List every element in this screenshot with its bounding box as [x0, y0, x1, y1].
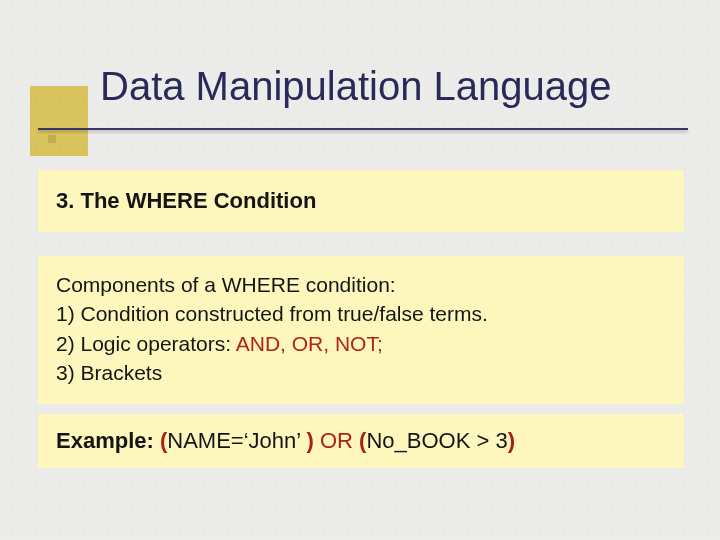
body-item-2-prefix: 2) Logic operators: [56, 332, 236, 355]
section-heading: 3. The WHERE Condition [56, 188, 316, 214]
body-item-2-ops: AND, OR, NOT; [236, 332, 383, 355]
section-heading-box: 3. The WHERE Condition [38, 170, 684, 232]
title-accent-square [30, 86, 88, 156]
title-bullet-icon [48, 135, 56, 143]
example-box: Example: (NAME=‘John’ ) OR (No_BOOK > 3) [38, 414, 684, 468]
title-underline [38, 128, 688, 130]
title-wrap: Data Manipulation Language [100, 64, 690, 109]
body-text: Components of a WHERE condition: 1) Cond… [56, 270, 666, 388]
slide: Data Manipulation Language 3. The WHERE … [0, 0, 720, 540]
example-label: Example: [56, 428, 154, 453]
body-item-3: 3) Brackets [56, 361, 162, 384]
slide-title: Data Manipulation Language [100, 64, 690, 109]
example-or: OR [320, 428, 353, 453]
example-text: Example: (NAME=‘John’ ) OR (No_BOOK > 3) [56, 428, 666, 454]
example-rparen-2: ) [508, 428, 515, 453]
example-rparen-1: ) [306, 428, 313, 453]
body-item-1: 1) Condition constructed from true/false… [56, 302, 488, 325]
example-expr-2: No_BOOK > 3 [366, 428, 507, 453]
body-intro: Components of a WHERE condition: [56, 273, 396, 296]
body-box: Components of a WHERE condition: 1) Cond… [38, 256, 684, 404]
example-expr-1: NAME=‘John’ [167, 428, 306, 453]
